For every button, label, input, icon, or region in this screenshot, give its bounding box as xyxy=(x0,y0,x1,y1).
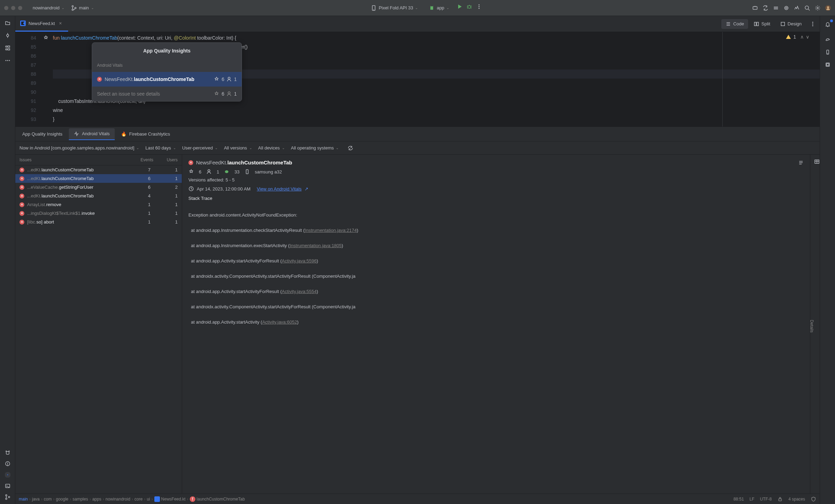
device-selector[interactable]: Pixel Fold API 33 ⌄ xyxy=(367,4,421,12)
profiler-icon[interactable] xyxy=(794,5,800,11)
issue-row[interactable]: ✕ ArrayList.remove 11 xyxy=(15,200,182,209)
popup-issue-item[interactable]: ✕ NewsFeedKt.launchCustomChromeTab 6 1 xyxy=(92,72,242,87)
code-with-me-icon[interactable] xyxy=(752,5,758,11)
svg-point-9 xyxy=(479,8,480,9)
logcat-icon[interactable] xyxy=(5,450,10,455)
branch-selector[interactable]: main ⌄ xyxy=(68,4,97,12)
details-strip[interactable]: Details xyxy=(810,155,820,494)
settings-icon[interactable] xyxy=(815,5,820,11)
maximize-window[interactable] xyxy=(18,6,22,10)
filter-perception[interactable]: User-perceived⌄ xyxy=(182,145,218,151)
minimize-window[interactable] xyxy=(11,6,15,10)
project-icon[interactable] xyxy=(5,20,10,26)
crumb[interactable]: core xyxy=(135,497,143,502)
view-on-vitals-link[interactable]: View on Android Vitals xyxy=(257,186,302,192)
android-icon xyxy=(224,169,229,174)
trace-link[interactable]: Instrumentation.java:2174 xyxy=(305,228,357,233)
inspection-badge[interactable]: 1 ∧ ∨ xyxy=(786,34,809,40)
crumb[interactable]: java xyxy=(32,497,40,502)
shield-icon[interactable] xyxy=(811,496,816,502)
device-manager-icon[interactable] xyxy=(825,49,830,55)
trace-link[interactable]: Activity.java:5554 xyxy=(282,289,317,294)
crumb[interactable]: google xyxy=(56,497,68,502)
error-icon: ✕ xyxy=(19,211,24,216)
svg-point-5 xyxy=(430,6,433,8)
svg-point-46 xyxy=(812,22,813,23)
search-icon[interactable] xyxy=(804,5,810,11)
device-icon xyxy=(244,169,250,174)
crumb[interactable]: main xyxy=(19,497,28,502)
terminal-icon[interactable] xyxy=(5,483,10,489)
problems-icon[interactable] xyxy=(5,461,10,466)
issue-row[interactable]: ✕ ...eValueCache.getStringForUser 62 xyxy=(15,183,182,192)
col-issues: Issues xyxy=(19,157,129,162)
view-mode-code[interactable]: Code xyxy=(721,19,748,29)
avatar[interactable] xyxy=(825,5,831,11)
filter-os[interactable]: All operating systems⌄ xyxy=(291,145,339,151)
structure-icon[interactable] xyxy=(5,45,10,51)
close-window[interactable] xyxy=(4,6,8,10)
view-mode-split[interactable]: Split xyxy=(749,19,774,29)
filter-app[interactable]: Now in Android [com.google.samples.apps.… xyxy=(19,145,139,151)
run-config-selector[interactable]: app ⌄ xyxy=(425,4,453,12)
trace-link[interactable]: Instrumentation.java:1805 xyxy=(290,243,342,248)
commit-icon[interactable] xyxy=(773,5,779,11)
filter-versions[interactable]: All versions⌄ xyxy=(224,145,252,151)
run-config-name: app xyxy=(437,5,444,10)
filter-devices[interactable]: All devices⌄ xyxy=(258,145,285,151)
view-mode-design[interactable]: Design xyxy=(776,19,806,29)
more-icon[interactable] xyxy=(810,21,816,27)
next-highlight[interactable]: ∨ xyxy=(806,34,809,40)
crumb[interactable]: apps xyxy=(92,497,101,502)
svg-point-50 xyxy=(228,92,230,94)
gutter-icons xyxy=(43,32,53,127)
issue-row[interactable]: ✕ ...ingsDialogKt$TextLink$1.invoke 11 xyxy=(15,209,182,218)
svg-rect-10 xyxy=(753,7,757,9)
notifications-icon[interactable] xyxy=(825,22,830,27)
prev-highlight[interactable]: ∧ xyxy=(800,34,804,40)
sync-icon[interactable] xyxy=(763,5,768,11)
insight-gutter-icon[interactable] xyxy=(43,35,49,41)
svg-rect-68 xyxy=(827,64,829,66)
assistant-icon[interactable] xyxy=(784,5,789,11)
crumb[interactable]: NewsFeed.kt xyxy=(161,497,186,502)
more-actions-icon[interactable] xyxy=(476,4,482,9)
chevron-down-icon: ⌄ xyxy=(415,6,418,10)
crumb[interactable]: ui xyxy=(147,497,150,502)
encoding[interactable]: UTF-8 xyxy=(760,497,772,502)
line-ending[interactable]: LF xyxy=(749,497,754,502)
crumb[interactable]: launchCustomChromeTab xyxy=(197,497,245,502)
expand-icon[interactable] xyxy=(798,160,804,165)
app-quality-icon[interactable] xyxy=(5,472,10,478)
gradle-icon[interactable] xyxy=(825,37,830,42)
project-selector[interactable]: nowinandroid ⌄ xyxy=(29,4,68,12)
refresh-icon[interactable] xyxy=(348,145,353,151)
svg-point-8 xyxy=(479,6,480,7)
file-tab[interactable]: NewsFeed.kt × xyxy=(15,16,68,32)
version-control-icon[interactable] xyxy=(5,494,10,500)
indent[interactable]: 4 spaces xyxy=(788,497,805,502)
bottom-panel: App Quality Insights Android Vitals 🔥 Fi… xyxy=(15,127,820,494)
more-tools-icon[interactable] xyxy=(5,58,10,63)
readonly-icon[interactable] xyxy=(777,496,783,502)
debug-button[interactable] xyxy=(467,4,472,9)
issue-row[interactable]: ✕ [libc.so] abort 11 xyxy=(15,218,182,226)
commit-tool-icon[interactable] xyxy=(5,33,10,38)
issue-row[interactable]: ✕ ...edKt.launchCustomChromeTab 41 xyxy=(15,192,182,200)
svg-point-38 xyxy=(8,496,10,498)
trace-link[interactable]: Activity.java:5596 xyxy=(282,258,317,263)
trace-link[interactable]: Activity.java:6052 xyxy=(262,319,297,325)
issue-row[interactable]: ✕ ...edKt.launchCustomChromeTab 71 xyxy=(15,165,182,174)
filter-time[interactable]: Last 60 days⌄ xyxy=(145,145,176,151)
code-editor[interactable]: 848586 878889 909192 93 fun launchCustom… xyxy=(15,32,820,127)
close-tab-icon[interactable]: × xyxy=(58,21,63,26)
caret-position[interactable]: 88:51 xyxy=(733,497,744,502)
run-button[interactable] xyxy=(457,4,462,9)
issue-row[interactable]: ✕ ...edKt.launchCustomChromeTab 61 xyxy=(15,174,182,183)
android-icon xyxy=(429,5,435,11)
crumb[interactable]: com xyxy=(44,497,52,502)
crumb[interactable]: samples xyxy=(73,497,88,502)
crumb[interactable]: nowinandroid xyxy=(105,497,130,502)
clock-icon xyxy=(188,186,194,192)
emulator-icon[interactable] xyxy=(825,62,830,67)
